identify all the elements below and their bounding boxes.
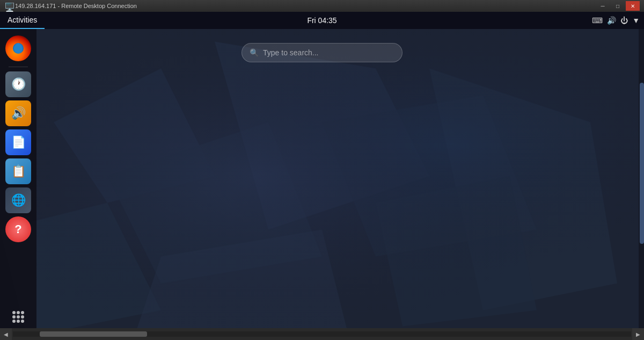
dock-divider-1 (9, 67, 28, 67)
gnome-topbar: Activities Fri 04:35 ⌨ 🔊 ⏻ ▼ (0, 12, 644, 29)
title-bar-left: 🖥️ 149.28.164.171 - Remote Desktop Conne… (4, 2, 137, 10)
dock-sysmanager[interactable]: 📋 (5, 158, 31, 184)
scrollbar-thumb-horizontal (40, 331, 147, 337)
search-icon: 🔍 (250, 48, 259, 57)
dock-writer[interactable]: 📄 (5, 129, 31, 155)
topbar-right: ⌨ 🔊 ⏻ ▼ (592, 16, 644, 25)
volume-icon[interactable]: 🔊 (607, 16, 616, 25)
search-container: 🔍 Type to search... (241, 43, 402, 62)
activities-button[interactable]: Activities (0, 12, 45, 29)
minimize-button[interactable]: ─ (596, 1, 610, 11)
show-apps-button[interactable] (12, 311, 24, 323)
arrow-icon[interactable]: ▼ (632, 16, 640, 25)
rdp-content: Activities Fri 04:35 ⌨ 🔊 ⏻ ▼ 🔍 Type to s… (0, 12, 644, 340)
svg-rect-10 (0, 15, 644, 337)
dock-webcalendar[interactable]: 🌐 (5, 187, 31, 213)
scroll-right-button[interactable]: ▶ (632, 328, 644, 340)
apps-grid-icon (12, 311, 24, 323)
power-icon[interactable]: ⏻ (620, 16, 628, 25)
scroll-left-button[interactable]: ◀ (0, 328, 12, 340)
window-controls: ─ □ ✕ (596, 1, 640, 11)
bottom-scrollbar[interactable]: ◀ ▶ (0, 328, 644, 340)
gnome-dock: 🕐 🔊 📄 📋 🌐 ? (0, 29, 36, 328)
window-title: 149.28.164.171 - Remote Desktop Connecti… (15, 3, 137, 9)
right-scrollbar[interactable] (639, 29, 644, 328)
dock-firefox[interactable] (5, 35, 31, 61)
scroll-track-horizontal[interactable] (13, 331, 631, 337)
dock-help[interactable]: ? (5, 216, 31, 242)
title-bar: 🖥️ 149.28.164.171 - Remote Desktop Conne… (0, 0, 644, 12)
clock: Fri 04:35 (307, 16, 336, 25)
search-bar[interactable]: 🔍 Type to search... (241, 43, 402, 62)
restore-button[interactable]: □ (611, 1, 625, 11)
dock-sound[interactable]: 🔊 (5, 100, 31, 126)
app-icon: 🖥️ (4, 2, 12, 10)
search-placeholder: Type to search... (263, 48, 319, 57)
close-button[interactable]: ✕ (626, 1, 640, 11)
scrollbar-thumb-vertical (640, 83, 644, 244)
keyboard-icon[interactable]: ⌨ (592, 16, 603, 25)
dock-files[interactable]: 🕐 (5, 71, 31, 97)
